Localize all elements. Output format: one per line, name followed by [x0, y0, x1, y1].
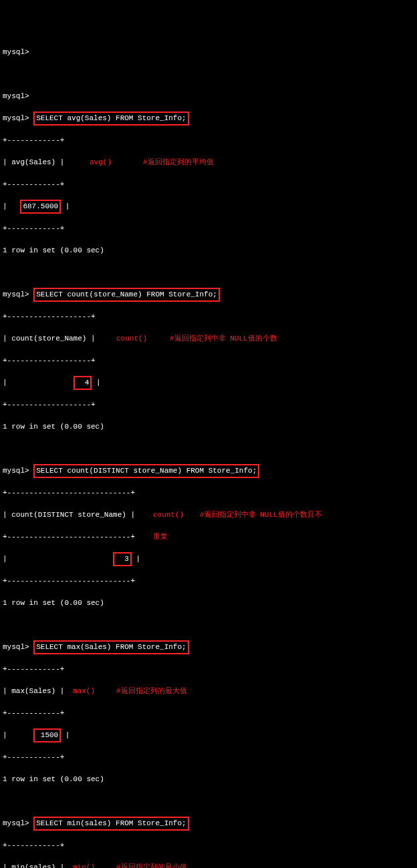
border: +------------+ [3, 840, 414, 851]
prompt-line: mysql> [3, 47, 414, 58]
border: +------------+ [3, 708, 414, 719]
value-box: 3 [113, 552, 132, 566]
footer: 1 row in set (0.00 sec) [3, 598, 414, 609]
value-row: | 1500 | [3, 730, 414, 741]
border: +------------+ [3, 135, 414, 146]
query-max: mysql> SELECT max(Sales) FROM Store_Info… [3, 642, 414, 653]
border: +------------+ [3, 752, 414, 763]
border: +----------------------------+ [3, 487, 414, 499]
comment-annot: #返回指定列的最小值 [116, 862, 187, 868]
func-annot: avg() [90, 157, 112, 168]
value-box: 1500 [33, 728, 61, 742]
header-count: | count(store_Name) |count()#返回指定列中非 NUL… [3, 333, 414, 345]
comment-annot: #返回指定列的最大值 [116, 686, 187, 697]
value-box: 687.5000 [20, 200, 61, 214]
header-min: | min(sales) |min()#返回指定列的最小值 [3, 862, 414, 868]
comment-annot: 重复 [153, 531, 168, 543]
comment-annot: #返回指定列的平均值 [143, 157, 214, 168]
func-annot: min() [73, 862, 95, 868]
sql-box: SELECT count(store_Name) FROM Store_Info… [33, 288, 220, 302]
query-count: mysql> SELECT count(store_Name) FROM Sto… [3, 289, 414, 300]
footer: 1 row in set (0.00 sec) [3, 421, 414, 433]
query-avg: mysql> SELECT avg(Sales) FROM Store_Info… [3, 113, 414, 124]
query-min: mysql> SELECT min(sales) FROM Store_Info… [3, 818, 414, 829]
query-count-distinct: mysql> SELECT count(DISTINCT store_Name)… [3, 465, 414, 477]
blank [3, 267, 414, 278]
header-count-distinct: | count(DISTINCT store_Name) |count()#返回… [3, 509, 414, 521]
func-annot: max() [73, 686, 95, 697]
comment-annot: #返回指定列中非 NULL值的个数且不 [200, 509, 322, 521]
border-with-annot: +----------------------------+重复 [3, 531, 414, 543]
border: +------------+ [3, 179, 414, 190]
border: +------------+ [3, 223, 414, 234]
sql-box: SELECT min(sales) FROM Store_Info; [33, 817, 188, 831]
header-max: | max(Sales) |max()#返回指定列的最大值 [3, 686, 414, 697]
border: +----------------------------+ [3, 576, 414, 587]
value-row: | 4 | [3, 377, 414, 389]
blank [3, 443, 414, 455]
value-row: | 3 | [3, 554, 414, 565]
blank [3, 620, 414, 631]
border: +------------+ [3, 664, 414, 675]
prompt-line: mysql> [3, 91, 414, 102]
footer: 1 row in set (0.00 sec) [3, 774, 414, 785]
func-annot: count() [153, 509, 184, 521]
func-annot: count() [116, 333, 147, 345]
comment-annot: #返回指定列中非 NULL值的个数 [170, 333, 277, 345]
footer: 1 row in set (0.00 sec) [3, 245, 414, 256]
border: +-------------------+ [3, 399, 414, 411]
border: +-------------------+ [3, 311, 414, 322]
sql-box: SELECT max(Sales) FROM Store_Info; [33, 640, 188, 654]
sql-box: SELECT count(DISTINCT store_Name) FROM S… [33, 464, 259, 478]
header-avg: | avg(Sales) |avg()#返回指定列的平均值 [3, 157, 414, 168]
blank [3, 69, 414, 80]
border: +-------------------+ [3, 355, 414, 367]
sql-box: SELECT avg(Sales) FROM Store_Info; [33, 112, 188, 126]
blank [3, 796, 414, 807]
value-box: 4 [74, 376, 92, 390]
value-row: | 687.5000 | [3, 201, 414, 212]
